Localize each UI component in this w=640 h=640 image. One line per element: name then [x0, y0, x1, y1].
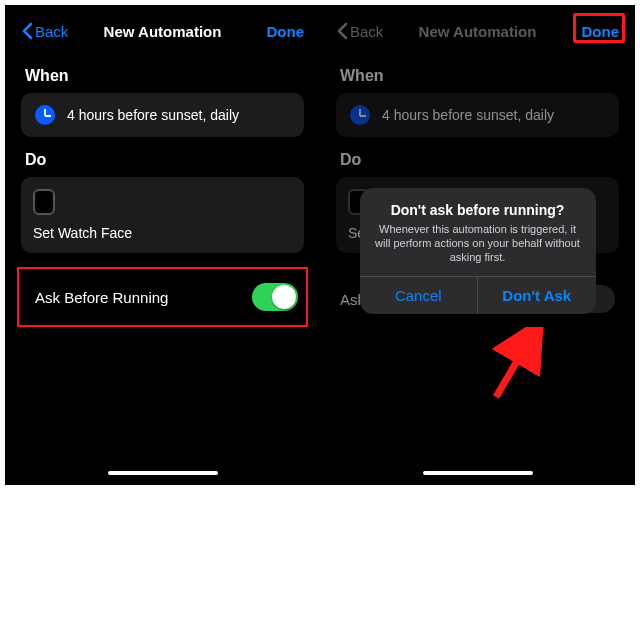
- when-trigger-label: 4 hours before sunset, daily: [67, 107, 239, 123]
- chevron-left-icon: [21, 22, 33, 40]
- clock-icon: [35, 105, 55, 125]
- back-label: Back: [350, 23, 383, 40]
- chevron-left-icon: [336, 22, 348, 40]
- annotation-done-highlight: [573, 13, 625, 43]
- dont-ask-button[interactable]: Don't Ask: [477, 277, 596, 314]
- when-trigger-card[interactable]: 4 hours before sunset, daily: [336, 93, 619, 137]
- annotation-arrow: [486, 327, 546, 407]
- svg-line-0: [496, 339, 530, 397]
- section-when: When: [9, 53, 316, 93]
- do-action-card[interactable]: Set Watch Face: [21, 177, 304, 253]
- ask-before-running-label: Ask Before Running: [35, 289, 168, 306]
- back-label: Back: [35, 23, 68, 40]
- home-indicator[interactable]: [423, 471, 533, 475]
- section-do: Do: [9, 137, 316, 177]
- when-trigger-label: 4 hours before sunset, daily: [382, 107, 554, 123]
- back-button[interactable]: Back: [336, 22, 383, 40]
- ask-before-running-toggle[interactable]: [252, 283, 298, 311]
- watchface-icon: [33, 189, 55, 215]
- dialog-title: Don't ask before running?: [374, 202, 582, 218]
- section-do: Do: [324, 137, 631, 177]
- back-button[interactable]: Back: [21, 22, 68, 40]
- home-indicator[interactable]: [108, 471, 218, 475]
- cancel-button[interactable]: Cancel: [360, 277, 478, 314]
- do-action-label: Set Watch Face: [33, 225, 132, 241]
- dialog-message: Whenever this automation is triggered, i…: [374, 222, 582, 265]
- confirm-dialog: Don't ask before running? Whenever this …: [360, 188, 596, 315]
- screenshot-right: Back New Automation Done When 4 hours be…: [324, 9, 631, 481]
- nav-bar: Back New Automation Done: [9, 9, 316, 53]
- done-button[interactable]: Done: [267, 23, 305, 40]
- section-when: When: [324, 53, 631, 93]
- screenshot-left: Back New Automation Done When 4 hours be…: [9, 9, 316, 481]
- ask-before-running-row[interactable]: Ask Before Running: [17, 267, 308, 327]
- clock-icon: [350, 105, 370, 125]
- when-trigger-card[interactable]: 4 hours before sunset, daily: [21, 93, 304, 137]
